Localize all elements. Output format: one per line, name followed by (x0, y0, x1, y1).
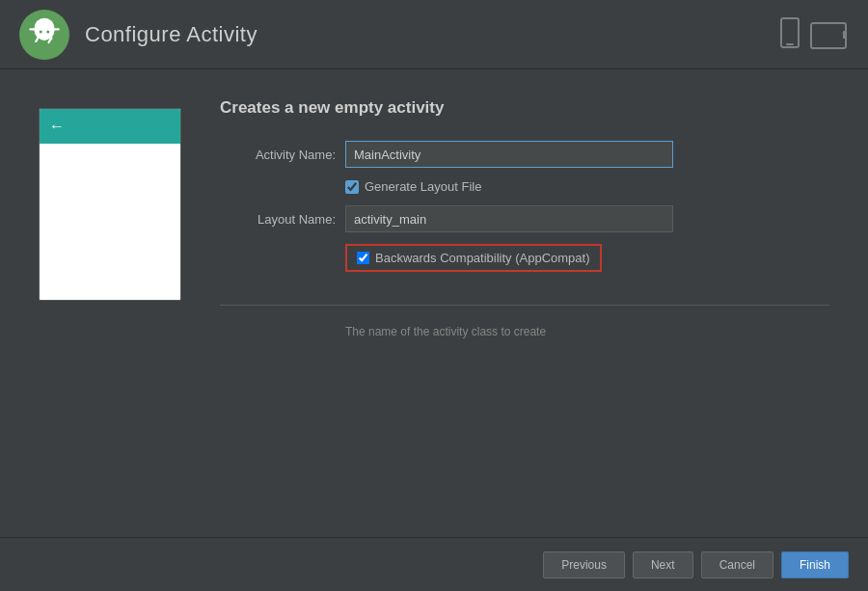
generate-layout-label[interactable]: Generate Layout File (365, 179, 481, 194)
cancel-button[interactable]: Cancel (701, 551, 773, 578)
svg-rect-0 (781, 18, 799, 47)
activity-name-row: Activity Name: (220, 141, 829, 168)
backwards-compat-checkbox[interactable] (357, 252, 369, 264)
svg-rect-2 (811, 23, 846, 48)
phone-icon (779, 17, 806, 52)
main-content: ← Creates a new empty activity Activity … (0, 69, 868, 537)
previous-button[interactable]: Previous (543, 551, 625, 578)
preview-container: ← (39, 108, 181, 301)
phone-top-bar: ← (40, 109, 180, 144)
layout-name-input[interactable] (345, 205, 673, 232)
page-title: Configure Activity (85, 22, 258, 47)
backwards-compat-row: Backwards Compatibility (AppCompat) (345, 244, 602, 272)
layout-name-label: Layout Name: (220, 212, 336, 227)
generate-layout-row: Generate Layout File (345, 179, 829, 194)
android-icon (27, 17, 62, 52)
activity-name-label: Activity Name: (220, 148, 336, 162)
generate-layout-checkbox[interactable] (345, 180, 359, 194)
form-section-title: Creates a new empty activity (220, 98, 829, 118)
header-left: Configure Activity (19, 10, 258, 60)
footer: Previous Next Cancel Finish (0, 537, 868, 591)
back-arrow-icon: ← (49, 118, 65, 135)
finish-button[interactable]: Finish (781, 551, 849, 578)
phone-preview: ← (39, 108, 181, 301)
svg-rect-1 (786, 43, 794, 45)
activity-name-input[interactable] (345, 141, 673, 168)
backwards-compat-label[interactable]: Backwards Compatibility (AppCompat) (375, 251, 590, 265)
device-icons (779, 17, 849, 52)
separator (220, 305, 829, 306)
next-button[interactable]: Next (633, 551, 693, 578)
android-logo (19, 10, 69, 60)
header: Configure Activity (0, 0, 868, 69)
hint-text: The name of the activity class to create (345, 325, 829, 338)
svg-rect-3 (843, 31, 846, 39)
form-area: Creates a new empty activity Activity Na… (220, 89, 829, 338)
layout-name-row: Layout Name: (220, 205, 829, 232)
tablet-icon (810, 21, 849, 52)
